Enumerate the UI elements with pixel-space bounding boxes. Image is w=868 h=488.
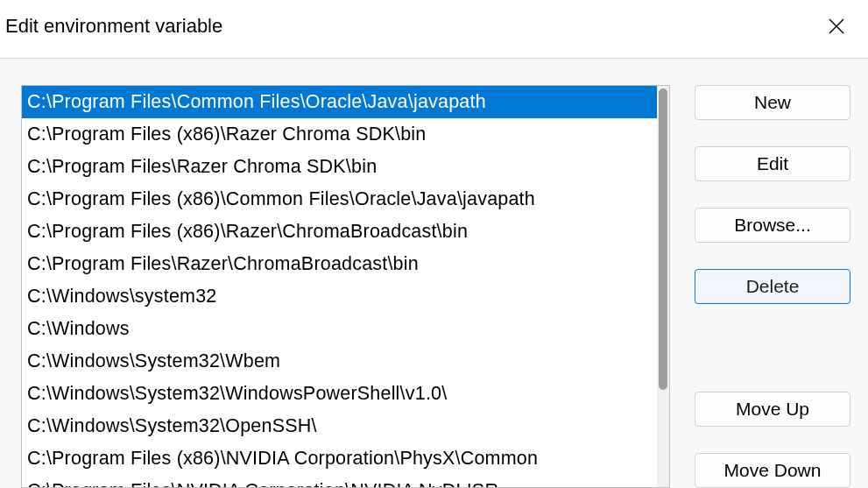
action-buttons: New Edit Browse... Delete Move Up Move D… <box>695 85 850 488</box>
list-item[interactable]: C:\Program Files\NVIDIA Corporation\NVID… <box>22 475 657 487</box>
list-item[interactable]: C:\Program Files (x86)\Razer Chroma SDK\… <box>22 118 657 151</box>
list-item[interactable]: C:\Program Files (x86)\Common Files\Orac… <box>22 183 657 216</box>
path-listbox[interactable]: C:\Program Files\Common Files\Oracle\Jav… <box>21 85 670 488</box>
list-item[interactable]: C:\Windows <box>22 313 657 345</box>
list-item[interactable]: C:\Windows\System32\WindowsPowerShell\v1… <box>22 378 657 410</box>
list-item[interactable]: C:\Program Files (x86)\Razer\ChromaBroad… <box>22 216 657 248</box>
button-spacer <box>695 330 850 365</box>
path-list: C:\Program Files\Common Files\Oracle\Jav… <box>22 86 657 487</box>
list-item[interactable]: C:\Program Files\Razer\ChromaBroadcast\b… <box>22 248 657 280</box>
list-item[interactable]: C:\Windows\System32\Wbem <box>22 345 657 378</box>
scrollbar-thumb[interactable] <box>659 88 667 390</box>
browse-button[interactable]: Browse... <box>695 208 850 243</box>
edit-env-var-dialog: Edit environment variable C:\Program Fil… <box>0 0 868 488</box>
delete-button[interactable]: Delete <box>695 269 850 304</box>
list-item[interactable]: C:\Program Files\Common Files\Oracle\Jav… <box>22 86 657 118</box>
titlebar: Edit environment variable <box>0 0 868 58</box>
list-item[interactable]: C:\Program Files (x86)\NVIDIA Corporatio… <box>22 442 657 475</box>
scrollbar[interactable] <box>657 86 669 487</box>
dialog-body: C:\Program Files\Common Files\Oracle\Jav… <box>0 59 868 488</box>
movedown-button[interactable]: Move Down <box>695 453 850 488</box>
list-item[interactable]: C:\Program Files\Razer Chroma SDK\bin <box>22 151 657 183</box>
close-button[interactable] <box>819 9 854 44</box>
dialog-title: Edit environment variable <box>5 15 222 38</box>
list-item[interactable]: C:\Windows\system32 <box>22 280 657 313</box>
close-icon <box>829 18 844 34</box>
new-button[interactable]: New <box>695 85 850 120</box>
moveup-button[interactable]: Move Up <box>695 392 850 427</box>
list-item[interactable]: C:\Windows\System32\OpenSSH\ <box>22 410 657 442</box>
edit-button[interactable]: Edit <box>695 146 850 181</box>
